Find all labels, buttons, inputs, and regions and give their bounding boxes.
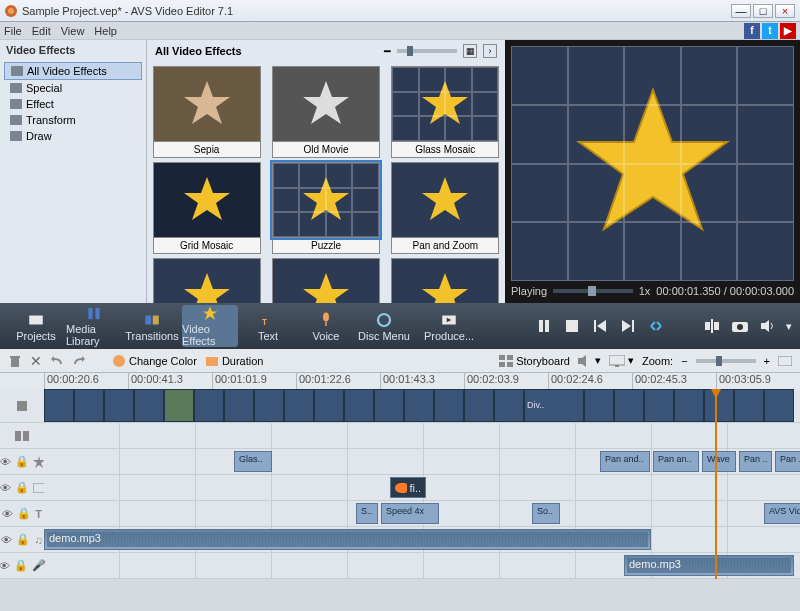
text-clip[interactable]: AVS Vid.. bbox=[764, 503, 800, 524]
menu-view[interactable]: View bbox=[61, 25, 85, 37]
fx-clip[interactable]: Glas.. bbox=[234, 451, 272, 472]
tab-videoeffects[interactable]: Video Effects bbox=[182, 305, 238, 347]
text-clip[interactable]: Speed 4x bbox=[381, 503, 439, 524]
tab-media[interactable]: Media Library bbox=[66, 305, 122, 347]
trash-button[interactable] bbox=[8, 354, 22, 368]
lock-icon[interactable]: 🔒 bbox=[17, 507, 31, 520]
voice-track-body[interactable]: demo.mp3 bbox=[44, 553, 800, 578]
svg-marker-8 bbox=[184, 273, 230, 303]
grid-view-button[interactable]: ▦ bbox=[463, 44, 477, 58]
cat-transform[interactable]: Transform bbox=[4, 112, 142, 128]
tab-text[interactable]: TText bbox=[240, 305, 296, 347]
storyboard-button[interactable]: Storyboard bbox=[499, 355, 570, 367]
video-clips[interactable]: Div.. bbox=[44, 389, 800, 422]
fx-title: All Video Effects bbox=[155, 45, 378, 57]
transition-track-body[interactable] bbox=[44, 423, 800, 448]
twitter-icon[interactable]: t bbox=[762, 23, 778, 39]
cat-all[interactable]: All Video Effects bbox=[4, 62, 142, 80]
svg-rect-20 bbox=[325, 321, 327, 326]
eye-icon[interactable]: 👁 bbox=[0, 560, 10, 572]
fx-clip[interactable]: Pan .. bbox=[739, 451, 772, 472]
redo-button[interactable] bbox=[72, 354, 86, 368]
eye-icon[interactable]: 👁 bbox=[0, 482, 11, 494]
next-button[interactable] bbox=[618, 316, 638, 336]
undo-button[interactable] bbox=[50, 354, 64, 368]
fx-watercolor[interactable]: Watercolor bbox=[388, 258, 503, 303]
menu-edit[interactable]: Edit bbox=[32, 25, 51, 37]
fx-clip[interactable]: Wave bbox=[702, 451, 736, 472]
lock-icon[interactable]: 🔒 bbox=[16, 533, 30, 546]
preview-cur: 00:00:01.350 bbox=[656, 285, 720, 297]
audio-monitor-button[interactable]: ▾ bbox=[578, 354, 601, 367]
facebook-icon[interactable]: f bbox=[744, 23, 760, 39]
eye-icon[interactable]: 👁 bbox=[1, 534, 12, 546]
fx-puzzle[interactable]: Puzzle bbox=[268, 162, 383, 254]
fx-clip[interactable]: Pan and.. bbox=[600, 451, 650, 472]
zoom-slider[interactable] bbox=[696, 359, 756, 363]
menu-file[interactable]: File bbox=[4, 25, 22, 37]
expand-button[interactable]: › bbox=[483, 44, 497, 58]
volume-dropdown-icon[interactable]: ▾ bbox=[786, 320, 792, 333]
fx-glass[interactable]: Glass bbox=[149, 258, 264, 303]
timeline-ruler[interactable]: 00:00:20.6 00:00:41.3 00:01:01.9 00:01:2… bbox=[0, 373, 800, 389]
svg-rect-42 bbox=[507, 355, 513, 360]
youtube-icon[interactable]: ▶ bbox=[780, 23, 796, 39]
video-track-body[interactable]: Div.. bbox=[44, 389, 800, 422]
stop-button[interactable] bbox=[562, 316, 582, 336]
fx-glassmosaic[interactable]: Glass Mosaic bbox=[388, 66, 503, 158]
volume-button[interactable] bbox=[758, 316, 778, 336]
maximize-button[interactable]: □ bbox=[753, 4, 773, 18]
fx-sepia[interactable]: Sepia bbox=[149, 66, 264, 158]
lock-icon[interactable]: 🔒 bbox=[14, 559, 28, 572]
display-button[interactable]: ▾ bbox=[609, 354, 634, 367]
eye-icon[interactable]: 👁 bbox=[2, 508, 13, 520]
menu-help[interactable]: Help bbox=[94, 25, 117, 37]
text-track-body[interactable]: S.. Speed 4x So.. AVS Vid.. bbox=[44, 501, 800, 526]
audio-track-body[interactable]: demo.mp3 bbox=[44, 527, 800, 552]
thumb-size-slider[interactable] bbox=[397, 49, 457, 53]
overlay-clip[interactable]: fi.. bbox=[390, 477, 426, 498]
cat-effect[interactable]: Effect bbox=[4, 96, 142, 112]
fx-clip[interactable]: Pan an.. bbox=[653, 451, 699, 472]
overlay-track-body[interactable]: fi.. bbox=[44, 475, 800, 500]
produce-button[interactable]: Produce... bbox=[414, 305, 484, 347]
text-clip[interactable]: S.. bbox=[356, 503, 378, 524]
tab-voice[interactable]: Voice bbox=[298, 305, 354, 347]
cat-draw[interactable]: Draw bbox=[4, 128, 142, 144]
svg-point-39 bbox=[113, 355, 125, 367]
fx-snow[interactable]: Snow bbox=[268, 258, 383, 303]
svg-rect-13 bbox=[88, 308, 92, 319]
fx-oldmovie[interactable]: Old Movie bbox=[268, 66, 383, 158]
lock-icon[interactable]: 🔒 bbox=[15, 481, 29, 494]
audio-clip[interactable]: demo.mp3 bbox=[44, 529, 651, 550]
effects-track-body[interactable]: Glas.. Pan and.. Pan an.. Wave Pan .. Pa… bbox=[44, 449, 800, 474]
split-button[interactable] bbox=[702, 316, 722, 336]
tab-projects[interactable]: Projects bbox=[8, 305, 64, 347]
minimize-button[interactable]: — bbox=[731, 4, 751, 18]
star-track-icon bbox=[33, 456, 44, 468]
audio-clip[interactable]: demo.mp3 bbox=[624, 555, 794, 576]
close-button[interactable]: × bbox=[775, 4, 795, 18]
preview-viewport[interactable] bbox=[511, 46, 794, 281]
fx-clip[interactable]: Pan .. bbox=[775, 451, 800, 472]
duration-button[interactable]: Duration bbox=[205, 354, 264, 368]
lock-icon[interactable]: 🔒 bbox=[15, 455, 29, 468]
snapshot-button[interactable] bbox=[730, 316, 750, 336]
prev-button[interactable] bbox=[590, 316, 610, 336]
tab-transitions[interactable]: Transitions bbox=[124, 305, 180, 347]
loop-button[interactable] bbox=[646, 316, 666, 336]
fx-gridmosaic[interactable]: Grid Mosaic bbox=[149, 162, 264, 254]
text-clip[interactable]: So.. bbox=[532, 503, 560, 524]
zoom-fit-button[interactable] bbox=[778, 356, 792, 366]
svg-marker-28 bbox=[597, 320, 606, 332]
playhead[interactable] bbox=[715, 389, 717, 579]
tab-discmenu[interactable]: Disc Menu bbox=[356, 305, 412, 347]
eye-icon[interactable]: 👁 bbox=[0, 456, 11, 468]
pause-button[interactable] bbox=[534, 316, 554, 336]
speed-slider[interactable] bbox=[553, 289, 633, 293]
cat-special[interactable]: Special bbox=[4, 80, 142, 96]
fx-panzoom[interactable]: Pan and Zoom bbox=[388, 162, 503, 254]
delete-button[interactable]: ✕ bbox=[30, 353, 42, 369]
folder-icon bbox=[10, 131, 22, 141]
changecolor-button[interactable]: Change Color bbox=[112, 354, 197, 368]
